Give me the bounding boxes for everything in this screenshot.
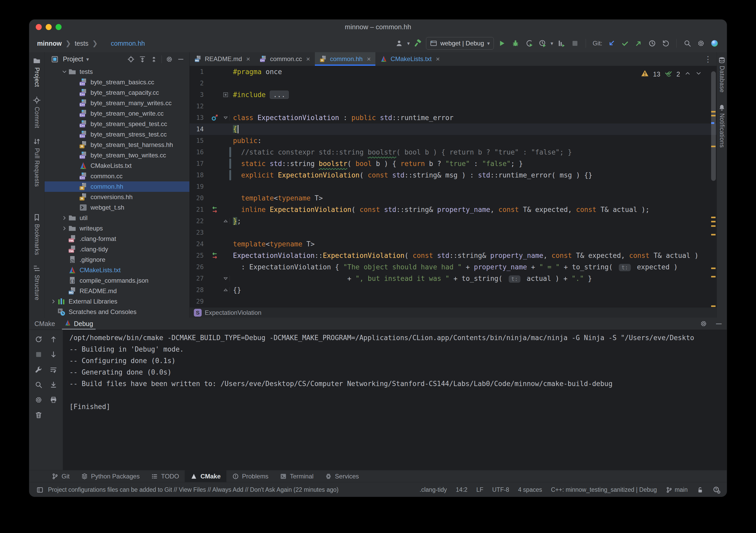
caret-stripe-mark[interactable] [711,122,714,124]
tool-strip-item-project[interactable]: Project [33,57,41,87]
warning-count[interactable]: 13 [653,70,660,78]
code-editor[interactable]: 1#pragma once23#include ...1213class Exp… [190,66,716,307]
panel-settings-icon[interactable] [699,319,708,328]
code-line-17[interactable]: 17 static std::string boolstr( bool b ) … [190,158,716,169]
debug-button[interactable] [510,38,521,49]
tree-item-webget-t-sh[interactable]: webget_t.sh [44,202,189,213]
code-line-25[interactable]: 25ExpectationViolation::ExpectationViola… [190,250,716,261]
stop-button[interactable] [570,38,580,49]
expand-all-button[interactable] [138,54,148,64]
chevron-down-icon[interactable]: ▾ [407,40,410,46]
user-button[interactable] [394,38,405,49]
warning-stripe-mark[interactable] [711,217,716,218]
warning-stripe-mark[interactable] [711,111,716,113]
tree-item-byte-stream-many-writes-cc[interactable]: C++byte_stream_many_writes.cc [44,98,189,108]
overrides-icon[interactable] [208,206,222,213]
build-settings-button[interactable] [33,364,44,375]
search-button[interactable] [682,38,693,49]
scroll-up-button[interactable] [48,334,59,345]
fold-up-icon[interactable] [222,287,230,293]
history-button[interactable] [647,38,658,49]
git-commit-button[interactable] [620,38,631,49]
chevron-down-icon[interactable]: ▾ [86,56,89,62]
stop-button[interactable] [33,349,44,360]
code-line-14[interactable]: 14{ [190,124,716,135]
tool-strip-item-commit[interactable]: Commit [33,96,41,128]
tree-item--gitignore[interactable]: .gitignore [44,255,189,265]
tool-tab-python-packages[interactable]: Python Packages [75,470,146,482]
play-button[interactable] [497,38,507,49]
chevron-down-icon[interactable]: ▾ [551,40,553,46]
collapse-all-button[interactable] [149,54,159,64]
tree-item-byte-stream-basics-cc[interactable]: C++byte_stream_basics.cc [44,77,189,87]
settings-button[interactable] [695,38,706,49]
warning-stripe-mark[interactable] [711,234,716,236]
soft-wrap-button[interactable] [48,364,59,375]
warning-icon[interactable] [641,70,649,79]
editor-tab-common-hh[interactable]: Hcommon.hh× [315,52,376,66]
tree-item-byte-stream-test-harness-hh[interactable]: Hbyte_stream_test_harness.hh [44,140,189,150]
ok-count[interactable]: 2 [676,70,680,78]
code-line-21[interactable]: 21 inline ExpectationViolation( const st… [190,204,716,215]
status-segment[interactable]: UTF-8 [492,486,509,493]
tool-strip-item-pull-requests[interactable]: Pull Requests [33,138,41,187]
error-stripe-scrollbar[interactable] [710,66,716,307]
code-line-15[interactable]: 15public: [190,135,716,147]
scroll-down-button[interactable] [48,349,59,360]
chevron-down-icon[interactable] [61,69,68,75]
warning-stripe-mark[interactable] [711,221,716,222]
tool-strip-item-notifications[interactable]: Notifications [718,104,725,148]
status-segment[interactable]: 14:2 [456,486,468,493]
warning-stripe-mark[interactable] [711,267,716,269]
attach-profiler-button[interactable] [556,38,567,49]
lock-icon[interactable] [696,486,704,493]
scrollbar-thumb[interactable] [711,71,716,181]
sphere-button[interactable] [709,38,720,49]
git-branch-widget[interactable]: main [666,486,688,493]
code-line-3[interactable]: 3#include ... [190,89,716,100]
tool-strip-item-structure[interactable]: Structure [33,265,41,300]
code-line-2[interactable]: 2 [190,77,716,89]
tree-item--clang-format[interactable]: YML.clang-format [44,234,189,244]
tool-tab-git[interactable]: Git [46,470,75,482]
cmake-console-output[interactable]: /opt/homebrew/bin/cmake -DCMAKE_BUILD_TY… [63,330,727,470]
code-line-1[interactable]: 1#pragma once [190,66,716,77]
code-line-13[interactable]: 13class ExpectationViolation : public st… [190,112,716,124]
fold-down-icon[interactable] [222,276,230,281]
profiler-button[interactable] [537,38,548,49]
tree-item-byte-stream-stress-test-cc[interactable]: C++byte_stream_stress_test.cc [44,129,189,140]
status-segment[interactable]: 4 spaces [518,486,542,493]
hide-panel-icon[interactable]: ─ [716,319,721,328]
trash-button[interactable] [33,409,44,421]
tree-item-byte-stream-speed-test-cc[interactable]: C++byte_stream_speed_test.cc [44,119,189,129]
tree-item-util[interactable]: util [44,213,189,223]
code-line-27[interactable]: 27 + ", but instead it was " + to_string… [190,273,716,284]
run-configuration-selector[interactable]: webget | Debug▾ [426,37,494,50]
tool-window-toggle-icon[interactable] [36,486,44,494]
code-line-28[interactable]: 28{} [190,284,716,296]
project-panel-title[interactable]: Project [63,55,83,63]
editor-tab-common-cc[interactable]: C++common.cc× [255,52,315,66]
tool-tab-todo[interactable]: TODO [145,470,185,482]
tool-tab-terminal[interactable]: Terminal [274,470,319,482]
tab-debug[interactable]: Debug [63,318,95,330]
options-button[interactable] [164,54,174,64]
breadcrumb-project[interactable]: minnow [37,40,62,47]
search-button[interactable] [33,379,44,390]
tree-item-cmakelists-txt[interactable]: CMakeLists.txt [44,265,189,275]
coverage-button[interactable] [524,38,534,49]
class-marker-icon[interactable] [208,114,222,122]
select-opened-file-button[interactable] [126,54,136,64]
chevron-right-icon[interactable] [61,225,68,232]
print-button[interactable] [48,394,59,406]
tree-item-external-libraries[interactable]: External Libraries [44,296,189,307]
warning-stripe-mark[interactable] [711,115,716,116]
warning-stripe-mark[interactable] [711,225,716,227]
tool-strip-item-database[interactable]: Database [718,56,725,92]
gear-button[interactable] [33,394,44,406]
tree-item-writeups[interactable]: writeups [44,223,189,234]
next-problem-button[interactable] [695,70,702,78]
tree-item-byte-stream-capacity-cc[interactable]: C++byte_stream_capacity.cc [44,87,189,98]
fold-up-icon[interactable] [222,218,230,224]
breadcrumb-folder[interactable]: tests [75,40,89,47]
